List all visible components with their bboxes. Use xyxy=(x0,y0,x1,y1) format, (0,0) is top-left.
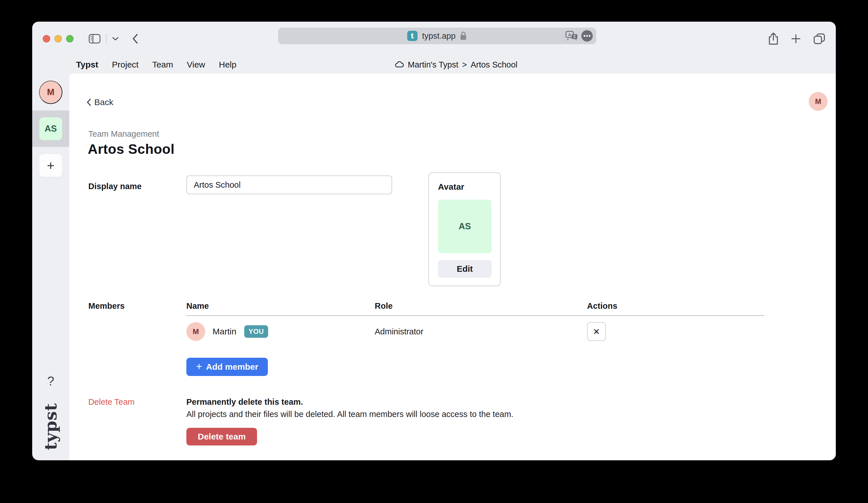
table-divider xyxy=(186,315,764,316)
minimize-window-button[interactable] xyxy=(54,35,62,42)
back-chevron-icon xyxy=(86,98,92,106)
back-link[interactable]: Back xyxy=(86,97,113,107)
svg-text:A: A xyxy=(568,32,571,37)
zoom-window-button[interactable] xyxy=(66,35,73,42)
breadcrumb-separator: > xyxy=(462,60,467,70)
avatar-card: Avatar AS Edit xyxy=(428,172,501,286)
address-bar-right-icons: A 文 xyxy=(565,30,593,42)
browser-titlebar: t typst.app A 文 xyxy=(32,22,836,56)
breadcrumb: Martin's Typst > Artos School xyxy=(394,60,517,70)
share-icon[interactable] xyxy=(768,32,779,45)
display-name-input[interactable] xyxy=(186,176,392,194)
browser-window: t typst.app A 文 xyxy=(32,22,836,460)
site-favicon: t xyxy=(407,31,417,41)
toolbar-right xyxy=(768,32,826,45)
member-role: Administrator xyxy=(375,327,587,336)
menu-view[interactable]: View xyxy=(187,60,205,70)
team-management-page: Back M Team Management Artos School Disp… xyxy=(69,73,836,460)
column-actions: Actions xyxy=(587,301,764,311)
delete-team-heading: Permanently delete this team. xyxy=(186,397,303,407)
delete-team-label: Delete Team xyxy=(88,397,134,407)
menu-typst[interactable]: Typst xyxy=(76,60,98,70)
address-bar[interactable]: t typst.app A 文 xyxy=(278,28,596,44)
menu-team[interactable]: Team xyxy=(152,60,173,70)
account-avatar[interactable]: M xyxy=(809,92,828,111)
breadcrumb-current[interactable]: Artos School xyxy=(471,60,517,70)
typst-wordmark: typst xyxy=(41,403,60,450)
member-name: Martin xyxy=(213,327,236,336)
sidebar-selected-team[interactable]: AS xyxy=(32,111,69,147)
translate-icon[interactable]: A 文 xyxy=(565,30,578,42)
member-actions-cell: ✕ xyxy=(587,322,764,341)
close-window-button[interactable] xyxy=(43,35,50,42)
section-label: Team Management xyxy=(88,129,159,139)
url-text: typst.app xyxy=(422,31,456,41)
members-table-header: Name Role Actions xyxy=(186,301,764,311)
traffic-lights xyxy=(43,35,73,42)
column-role: Role xyxy=(375,301,587,311)
close-icon: ✕ xyxy=(593,327,600,337)
delete-team-description: All projects and their files will be del… xyxy=(186,410,514,419)
workspace-sidebar: M AS + ? typst xyxy=(32,73,69,460)
members-label: Members xyxy=(88,301,125,311)
toolbar-divider xyxy=(106,34,106,44)
delete-team-button[interactable]: Delete team xyxy=(186,428,257,446)
remove-member-button[interactable]: ✕ xyxy=(587,322,606,341)
new-tab-icon[interactable] xyxy=(791,34,801,44)
page-title: Artos School xyxy=(88,141,175,157)
menu-project[interactable]: Project xyxy=(112,60,138,70)
toolbar-left xyxy=(88,33,138,44)
team-avatar: AS xyxy=(39,117,62,140)
you-badge: YOU xyxy=(244,325,268,338)
avatar-card-title: Avatar xyxy=(438,182,491,192)
app-body: M AS + ? typst Back M Team Management Ar… xyxy=(32,73,836,460)
sidebar-toggle-icon[interactable] xyxy=(88,34,101,44)
member-avatar: M xyxy=(186,322,205,341)
menu-help[interactable]: Help xyxy=(219,60,237,70)
sidebar-user-avatar[interactable]: M xyxy=(39,81,62,104)
page-settings-icon[interactable] xyxy=(581,30,593,42)
lock-icon xyxy=(459,31,467,41)
member-name-cell: M Martin YOU xyxy=(186,322,375,341)
back-label: Back xyxy=(94,97,113,107)
plus-icon: + xyxy=(196,360,202,373)
chevron-down-icon[interactable] xyxy=(112,36,119,41)
breadcrumb-workspace[interactable]: Martin's Typst xyxy=(408,60,458,70)
display-name-label: Display name xyxy=(88,182,142,191)
column-name: Name xyxy=(186,301,375,311)
app-menubar: Typst Project Team View Help Martin's Ty… xyxy=(32,56,836,73)
svg-text:文: 文 xyxy=(573,34,576,39)
browser-back-icon[interactable] xyxy=(132,33,138,44)
team-avatar-preview: AS xyxy=(438,200,492,253)
tab-overview-icon[interactable] xyxy=(813,33,826,45)
edit-avatar-button[interactable]: Edit xyxy=(438,260,492,278)
add-member-button[interactable]: + Add member xyxy=(186,358,268,376)
cloud-icon xyxy=(394,61,404,69)
add-team-button[interactable]: + xyxy=(39,154,62,177)
add-member-label: Add member xyxy=(206,362,258,372)
help-button[interactable]: ? xyxy=(47,374,54,388)
screen: { "browser": { "url": "typst.app", "favi… xyxy=(0,0,868,503)
table-row: M Martin YOU Administrator ✕ xyxy=(186,322,764,341)
members-table: Name Role Actions M Martin YOU Administr… xyxy=(186,301,764,341)
